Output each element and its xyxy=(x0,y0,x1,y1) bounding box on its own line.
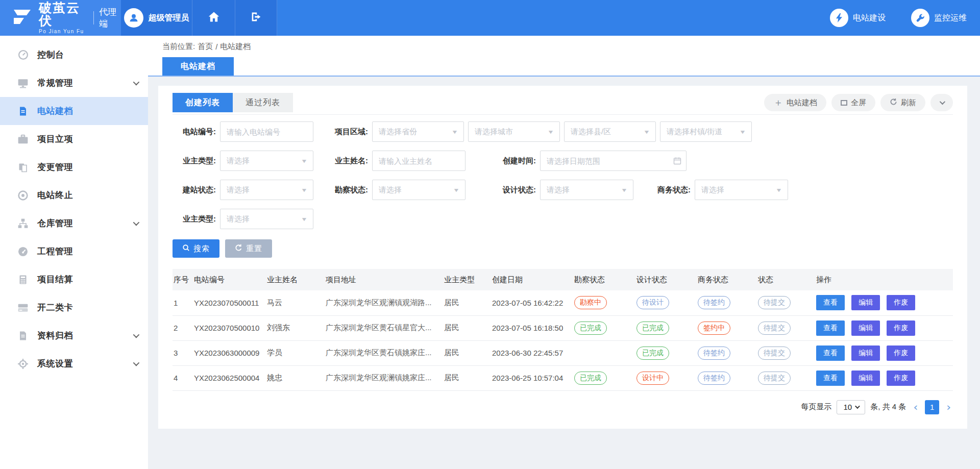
per-page-select[interactable]: 10 xyxy=(837,400,865,414)
build-status-label: 建站状态: xyxy=(173,185,216,195)
brand-pinyin: Po Jian Yun Fu xyxy=(39,29,86,34)
cell-code: YX2023062500004 xyxy=(193,365,266,390)
tab-create-list[interactable]: 创建列表 xyxy=(173,93,233,112)
chevron-down-icon xyxy=(133,332,140,338)
nav-station-build[interactable]: 电站建设 xyxy=(830,9,886,27)
collapse-panel-button[interactable] xyxy=(930,94,953,111)
cell-date: 2023-06-30 22:45:57 xyxy=(491,340,573,365)
edit-button[interactable]: 编辑 xyxy=(851,371,880,386)
invalidate-button[interactable]: 作废 xyxy=(887,320,915,336)
view-button[interactable]: 查看 xyxy=(816,320,845,336)
invalidate-button[interactable]: 作废 xyxy=(887,295,915,310)
target-icon xyxy=(17,190,29,201)
table-row: 2 YX2023070500010 刘强东 广东深圳龙华区黄石镇星官大... 居… xyxy=(173,315,953,340)
sidebar-item-station-terminate[interactable]: 电站终止 xyxy=(0,181,148,209)
monitor-icon xyxy=(17,78,29,89)
col-date: 创建日期 xyxy=(491,269,573,290)
cell-owner: 姚忠 xyxy=(266,365,325,390)
caret-down-icon: ▼ xyxy=(451,129,458,135)
cell-type: 居民 xyxy=(443,315,491,340)
business-status-select[interactable]: 请选择▼ xyxy=(695,180,788,200)
cell-owner: 刘强东 xyxy=(266,315,325,340)
build-status-select[interactable]: 请选择▼ xyxy=(220,180,313,200)
archive-icon xyxy=(17,330,29,341)
cell-type: 居民 xyxy=(443,290,491,315)
calendar-icon xyxy=(673,157,681,165)
sidebar-item-console[interactable]: 控制台 xyxy=(0,41,148,69)
view-button[interactable]: 查看 xyxy=(816,345,845,361)
per-page-label: 每页显示 xyxy=(801,402,831,412)
design-status-badge: 设计中 xyxy=(636,372,669,385)
owner-name-input[interactable] xyxy=(372,151,465,171)
sidebar-item-change-mgmt[interactable]: 变更管理 xyxy=(0,153,148,181)
business-status-badge: 待签约 xyxy=(698,372,730,385)
current-page-button[interactable]: 1 xyxy=(925,400,939,414)
design-status-select[interactable]: 请选择▼ xyxy=(540,180,633,200)
sidebar-item-system-settings[interactable]: 系统设置 xyxy=(0,350,148,378)
view-button[interactable]: 查看 xyxy=(816,371,845,386)
owner-type-select[interactable]: 请选择▼ xyxy=(220,151,313,171)
invalidate-button[interactable]: 作废 xyxy=(887,371,915,386)
sidebar-item-warehouse-mgmt[interactable]: 仓库管理 xyxy=(0,209,148,237)
survey-status-select[interactable]: 请选择▼ xyxy=(372,180,465,200)
sidebar-item-project-settlement[interactable]: 项目结算 xyxy=(0,265,148,293)
edit-button[interactable]: 编辑 xyxy=(851,345,880,361)
cell-address: 广东深圳龙华区观澜镇姚家庄... xyxy=(325,365,443,390)
caret-down-icon: ▼ xyxy=(643,129,650,135)
table-row: 3 YX2023063000009 学员 广东深圳龙华区黄石镇姚家庄... 居民… xyxy=(173,340,953,365)
chevron-down-icon xyxy=(940,99,945,105)
prev-page-button[interactable]: ‹ xyxy=(911,402,920,413)
reset-button[interactable]: 重置 xyxy=(225,239,272,258)
region-label: 项目区域: xyxy=(325,127,368,137)
sidebar-item-station-archive[interactable]: 电站建档 xyxy=(0,97,148,125)
create-station-button[interactable]: ＋ 电站建档 xyxy=(764,94,826,111)
date-range-input[interactable] xyxy=(540,151,687,171)
sidebar-item-general-mgmt[interactable]: 常规管理 xyxy=(0,69,148,97)
sidebar-item-data-archive[interactable]: 资料归档 xyxy=(0,322,148,350)
list-panel: 创建列表 通过列表 ＋ 电站建档 全屏 刷新 xyxy=(158,86,967,429)
breadcrumb-label: 当前位置: xyxy=(162,42,195,52)
filter-form: 电站编号: 项目区域: 请选择省份▼ 请选择城市▼ 请选择县/区▼ 请选择村镇/… xyxy=(173,121,953,258)
owner-type2-select[interactable]: 请选择▼ xyxy=(220,209,313,229)
survey-status-badge: 勘察中 xyxy=(574,296,607,309)
survey-status-badge: 已完成 xyxy=(574,322,607,335)
province-select[interactable]: 请选择省份▼ xyxy=(372,121,464,142)
table-row: 4 YX2023062500004 姚忠 广东深圳龙华区观澜镇姚家庄... 居民… xyxy=(173,365,953,390)
tab-passed-list[interactable]: 通过列表 xyxy=(233,93,293,112)
fullscreen-icon xyxy=(841,100,847,106)
refresh-button[interactable]: 刷新 xyxy=(880,94,925,111)
cell-address: 广东深圳龙华区黄石镇姚家庄... xyxy=(325,340,443,365)
view-button[interactable]: 查看 xyxy=(816,295,845,310)
next-page-button[interactable]: › xyxy=(944,402,953,413)
caret-down-icon: ▼ xyxy=(301,187,308,193)
sidebar-item-open-card[interactable]: 开二类卡 xyxy=(0,293,148,322)
county-select[interactable]: 请选择县/区▼ xyxy=(564,121,656,142)
town-select[interactable]: 请选择村镇/街道▼ xyxy=(660,121,752,142)
edit-button[interactable]: 编辑 xyxy=(851,320,880,336)
home-button[interactable] xyxy=(192,0,235,36)
status-badge: 待提交 xyxy=(758,372,791,385)
invalidate-button[interactable]: 作废 xyxy=(887,345,915,361)
logout-button[interactable] xyxy=(235,0,277,36)
briefcase-icon xyxy=(17,134,29,145)
city-select[interactable]: 请选择城市▼ xyxy=(468,121,560,142)
fullscreen-button[interactable]: 全屏 xyxy=(831,94,875,111)
breadcrumb-home[interactable]: 首页 xyxy=(198,42,213,52)
logout-icon xyxy=(250,11,262,25)
sidebar-item-engineering-mgmt[interactable]: 工程管理 xyxy=(0,237,148,265)
plus-icon: ＋ xyxy=(773,97,783,107)
cell-code: YX2023070500011 xyxy=(193,290,266,315)
user-avatar-icon xyxy=(124,8,143,28)
search-button[interactable]: 搜索 xyxy=(173,239,219,258)
edit-button[interactable]: 编辑 xyxy=(851,295,880,310)
col-type: 业主类型 xyxy=(443,269,491,290)
sidebar-item-project-setup[interactable]: 项目立项 xyxy=(0,125,148,153)
col-owner: 业主姓名 xyxy=(266,269,325,290)
design-status-badge: 已完成 xyxy=(636,322,669,335)
station-code-input[interactable] xyxy=(220,121,313,142)
user-menu[interactable]: 超级管理员 xyxy=(121,0,192,36)
page-tab-station-archive[interactable]: 电站建档 xyxy=(162,57,234,76)
nav-monitor-ops[interactable]: 监控运维 xyxy=(911,9,967,27)
calculator-icon xyxy=(17,274,29,285)
document-icon xyxy=(17,106,29,117)
